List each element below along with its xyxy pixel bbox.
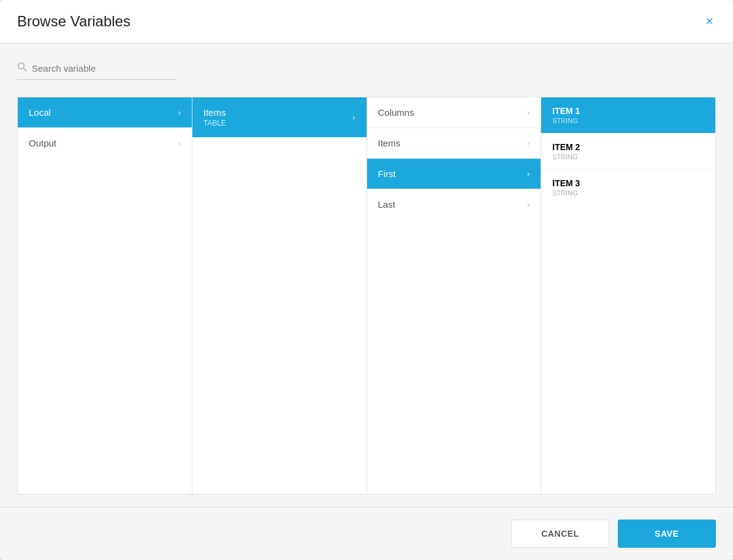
svg-line-1 (24, 69, 26, 71)
cancel-button[interactable]: CANCEL (511, 520, 609, 548)
column-1: Local › Output › (18, 97, 192, 494)
columns-container: Local › Output › Items TABLE (17, 97, 716, 494)
col-item-item1[interactable]: ITEM 1 STRING (541, 97, 715, 134)
chevron-icon: › (527, 200, 530, 209)
chevron-icon: › (527, 169, 530, 178)
col-item-last[interactable]: Last › (367, 189, 541, 219)
chevron-icon: › (352, 113, 355, 122)
column-3: Columns › Items › First › (367, 97, 542, 494)
chevron-icon: › (527, 138, 530, 148)
col-item-columns[interactable]: Columns › (367, 97, 541, 128)
col-item-output[interactable]: Output › (18, 128, 192, 158)
browse-variables-dialog: Browse Variables × Local › (0, 0, 733, 560)
col-item-items-table[interactable]: Items TABLE › (192, 97, 366, 137)
close-button[interactable]: × (703, 12, 716, 31)
dialog-header: Browse Variables × (0, 0, 733, 44)
col-item-item3[interactable]: ITEM 3 STRING (541, 170, 715, 205)
search-icon (17, 62, 27, 74)
search-input[interactable] (32, 63, 154, 74)
col-item-first[interactable]: First › (367, 159, 541, 189)
search-container (17, 62, 177, 80)
chevron-icon: › (178, 138, 180, 148)
dialog-body: Local › Output › Items TABLE (0, 44, 733, 507)
column-4: ITEM 1 STRING ITEM 2 STRING ITEM 3 STRIN… (541, 97, 715, 494)
col-item-local[interactable]: Local › (18, 97, 192, 128)
chevron-icon: › (178, 108, 180, 117)
dialog-footer: CANCEL SAVE (0, 507, 733, 560)
column-2: Items TABLE › (192, 97, 367, 494)
save-button[interactable]: SAVE (618, 520, 716, 548)
col-item-item2[interactable]: ITEM 2 STRING (541, 134, 715, 170)
dialog-title: Browse Variables (17, 13, 131, 30)
chevron-icon: › (527, 108, 530, 117)
col-item-items[interactable]: Items › (367, 128, 541, 159)
